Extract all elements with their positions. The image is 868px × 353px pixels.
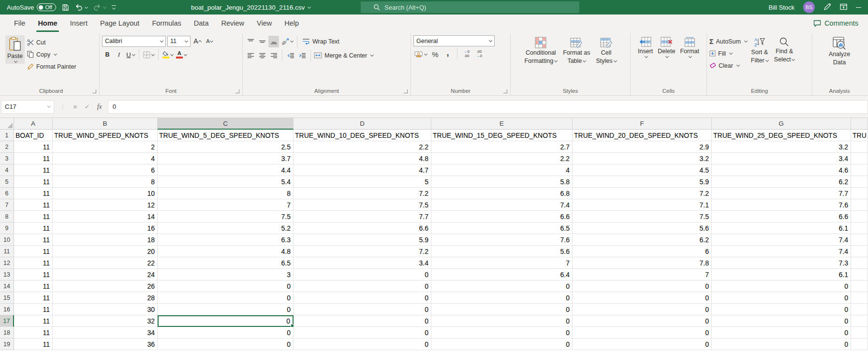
tab-file[interactable]: File	[8, 15, 31, 32]
cell-E8[interactable]: 6.6	[431, 211, 573, 222]
cell-C11[interactable]: 4.8	[158, 246, 294, 257]
cell-D13[interactable]: 0	[294, 269, 431, 280]
cell-A6[interactable]: 11	[14, 188, 53, 199]
search-box[interactable]: Search (Alt+Q)	[361, 1, 579, 13]
cell-C3[interactable]: 3.7	[158, 153, 294, 164]
cell-G12[interactable]: 7.3	[712, 257, 851, 269]
cell-F15[interactable]: 0	[573, 292, 712, 304]
cell-F2[interactable]: 2.9	[573, 141, 712, 153]
cell-H9[interactable]	[851, 222, 868, 234]
tab-view[interactable]: View	[250, 15, 278, 32]
cell-A10[interactable]: 11	[14, 234, 53, 246]
row-header-9[interactable]: 9	[0, 222, 14, 234]
cell-G3[interactable]: 3.4	[712, 153, 851, 164]
cell-G13[interactable]: 6.1	[712, 269, 851, 280]
comma-style-button[interactable]: ,	[442, 48, 453, 60]
cell-G9[interactable]: 6.1	[712, 222, 851, 234]
cell-B9[interactable]: 16	[53, 222, 158, 234]
cell-F1[interactable]: TRUE_WIND_20_DEG_SPEED_KNOTS	[573, 130, 712, 141]
cell-D9[interactable]: 6.6	[294, 222, 431, 234]
cell-D19[interactable]: 0	[294, 338, 431, 350]
cell-A18[interactable]: 11	[14, 327, 53, 338]
cell-B2[interactable]: 2	[53, 141, 158, 153]
cell-H14[interactable]	[851, 280, 868, 292]
borders-button[interactable]	[142, 49, 155, 60]
increase-indent-button[interactable]	[297, 50, 308, 61]
cell-C18[interactable]: 0	[158, 327, 294, 338]
cell-H2[interactable]	[851, 141, 868, 153]
column-header-partial[interactable]	[851, 118, 868, 130]
cell-A12[interactable]: 11	[14, 257, 53, 269]
row-header-8[interactable]: 8	[0, 211, 14, 222]
cell-G2[interactable]: 3.2	[712, 141, 851, 153]
cell-F9[interactable]: 5.6	[573, 222, 712, 234]
cancel-button[interactable]: ×	[73, 103, 77, 111]
font-size-select[interactable]: 11	[167, 36, 191, 47]
cell-B14[interactable]: 26	[53, 280, 158, 292]
cell-B13[interactable]: 24	[53, 269, 158, 280]
cell-styles-button[interactable]: Cell Styles	[594, 35, 618, 66]
cell-G17[interactable]: 0	[712, 315, 851, 327]
cell-A19[interactable]: 11	[14, 338, 53, 350]
cell-G5[interactable]: 6.2	[712, 176, 851, 188]
fill-button[interactable]: Fill	[709, 47, 747, 59]
cell-B17[interactable]: 32	[53, 315, 158, 327]
row-header-16[interactable]: 16	[0, 304, 14, 315]
cell-A3[interactable]: 11	[14, 153, 53, 164]
font-dialog-launcher[interactable]	[235, 89, 239, 93]
number-format-select[interactable]: General	[413, 35, 495, 46]
cell-C2[interactable]: 2.5	[158, 141, 294, 153]
cell-D14[interactable]: 0	[294, 280, 431, 292]
increase-decimal-button[interactable]: ←0.00	[461, 48, 472, 60]
cell-G15[interactable]: 0	[712, 292, 851, 304]
cell-H8[interactable]	[851, 211, 868, 222]
editor-pen-button[interactable]	[824, 3, 831, 12]
tab-data[interactable]: Data	[188, 15, 215, 32]
cell-B1[interactable]: TRUE_WIND_SPEED_KNOTS	[53, 130, 158, 141]
column-header-A[interactable]: A	[14, 118, 53, 130]
cell-G7[interactable]: 7.6	[712, 199, 851, 211]
cell-D5[interactable]: 5	[294, 176, 431, 188]
delete-button[interactable]: Delete	[656, 35, 677, 59]
clipboard-dialog-launcher[interactable]	[92, 89, 96, 93]
cell-G14[interactable]: 0	[712, 280, 851, 292]
cell-F12[interactable]: 7.8	[573, 257, 712, 269]
cell-B16[interactable]: 30	[53, 304, 158, 315]
formula-input[interactable]: 0	[108, 100, 868, 114]
insert-button[interactable]: Insert	[636, 35, 655, 59]
cell-A15[interactable]: 11	[14, 292, 53, 304]
column-header-D[interactable]: D	[294, 118, 431, 130]
cell-E14[interactable]: 0	[431, 280, 573, 292]
align-middle-button[interactable]	[257, 36, 267, 47]
cell-A5[interactable]: 11	[14, 176, 53, 188]
row-header-2[interactable]: 2	[0, 141, 14, 153]
tab-insert[interactable]: Insert	[64, 15, 94, 32]
cell-A17[interactable]: 11	[14, 315, 53, 327]
cell-E6[interactable]: 6.8	[431, 188, 573, 199]
cell-H17[interactable]	[851, 315, 868, 327]
cell-G6[interactable]: 7.7	[712, 188, 851, 199]
cell-G8[interactable]: 6.6	[712, 211, 851, 222]
cell-H6[interactable]	[851, 188, 868, 199]
decrease-indent-button[interactable]	[285, 50, 296, 61]
tab-home[interactable]: Home	[31, 15, 63, 32]
cell-E1[interactable]: TRUE_WIND_15_DEG_SPEED_KNOTS	[431, 130, 573, 141]
cell-C17[interactable]: 0	[158, 315, 294, 327]
align-left-button[interactable]	[245, 50, 256, 61]
cell-B3[interactable]: 4	[53, 153, 158, 164]
cell-E5[interactable]: 5.8	[431, 176, 573, 188]
row-header-18[interactable]: 18	[0, 327, 14, 338]
cell-D18[interactable]: 0	[294, 327, 431, 338]
cell-G10[interactable]: 7.4	[712, 234, 851, 246]
cell-C15[interactable]: 0	[158, 292, 294, 304]
tab-formulas[interactable]: Formulas	[146, 15, 187, 32]
percent-style-button[interactable]: %	[430, 48, 441, 60]
row-header-1[interactable]: 1	[0, 130, 14, 141]
column-header-B[interactable]: B	[53, 118, 158, 130]
row-header-12[interactable]: 12	[0, 257, 14, 269]
cell-B7[interactable]: 12	[53, 199, 158, 211]
comments-button[interactable]: Comments	[813, 15, 858, 32]
cut-button[interactable]: Cut	[27, 36, 76, 48]
cell-D8[interactable]: 7.7	[294, 211, 431, 222]
cell-H3[interactable]	[851, 153, 868, 164]
